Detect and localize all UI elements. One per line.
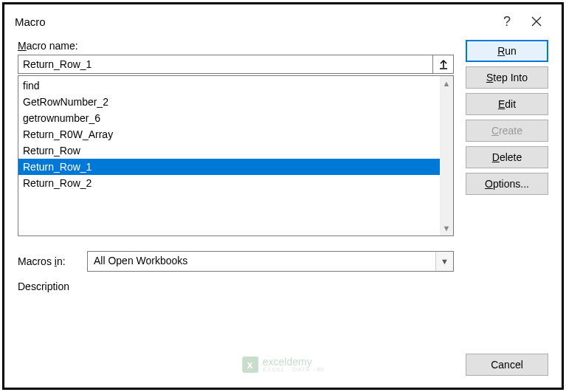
list-item[interactable]: GetRowNumber_2 <box>18 94 440 110</box>
button-column: Run Step Into Edit Create Delete Options… <box>466 40 548 345</box>
collapse-dialog-button[interactable] <box>433 55 454 74</box>
delete-button[interactable]: Delete <box>466 146 548 168</box>
chevron-down-icon: ▼ <box>435 252 453 271</box>
options-button[interactable]: Options... <box>466 173 548 195</box>
list-item[interactable]: Return_Row_1 <box>18 159 440 175</box>
macro-list-items: findGetRowNumber_2getrownumber_6Return_R… <box>18 76 440 235</box>
list-item[interactable]: Return_R0W_Array <box>18 126 440 142</box>
titlebar: Macro ? <box>4 4 562 35</box>
content-area: Macro name: findGetRowNumber_2getrownumb… <box>4 35 562 354</box>
macros-in-dropdown[interactable]: All Open Workbooks ▼ <box>87 251 454 272</box>
macro-name-label: Macro name: <box>18 40 454 52</box>
listbox-scrollbar[interactable]: ▲ ▼ <box>440 76 453 235</box>
description-label: Description <box>18 281 454 292</box>
close-button[interactable] <box>522 10 551 32</box>
list-item[interactable]: getrownumber_6 <box>18 110 440 126</box>
macro-listbox[interactable]: findGetRowNumber_2getrownumber_6Return_R… <box>18 75 454 236</box>
macro-dialog: Macro ? Macro name: findGetRowNumber_2ge… <box>2 2 564 390</box>
scroll-up-icon: ▲ <box>443 79 451 88</box>
step-into-button[interactable]: Step Into <box>466 66 548 89</box>
cancel-button[interactable]: Cancel <box>466 354 548 376</box>
macros-in-row: Macros in: All Open Workbooks ▼ <box>18 251 454 272</box>
collapse-icon <box>438 59 449 69</box>
macro-name-row <box>18 55 454 74</box>
dialog-footer: Cancel <box>4 354 562 388</box>
dialog-title: Macro <box>15 16 492 28</box>
macros-in-label: Macros in: <box>18 255 81 267</box>
list-item[interactable]: Return_Row_2 <box>18 175 440 191</box>
description-row: Description <box>18 281 454 295</box>
close-icon <box>531 16 542 27</box>
scroll-down-icon: ▼ <box>443 224 451 233</box>
macros-in-value: All Open Workbooks <box>88 252 435 271</box>
macro-name-input[interactable] <box>18 55 433 74</box>
list-item[interactable]: find <box>18 78 440 94</box>
list-item[interactable]: Return_Row <box>18 142 440 159</box>
edit-button[interactable]: Edit <box>466 93 548 115</box>
create-button: Create <box>466 120 548 142</box>
run-button[interactable]: Run <box>466 40 548 62</box>
main-column: Macro name: findGetRowNumber_2getrownumb… <box>18 40 454 345</box>
help-button[interactable]: ? <box>492 10 522 32</box>
